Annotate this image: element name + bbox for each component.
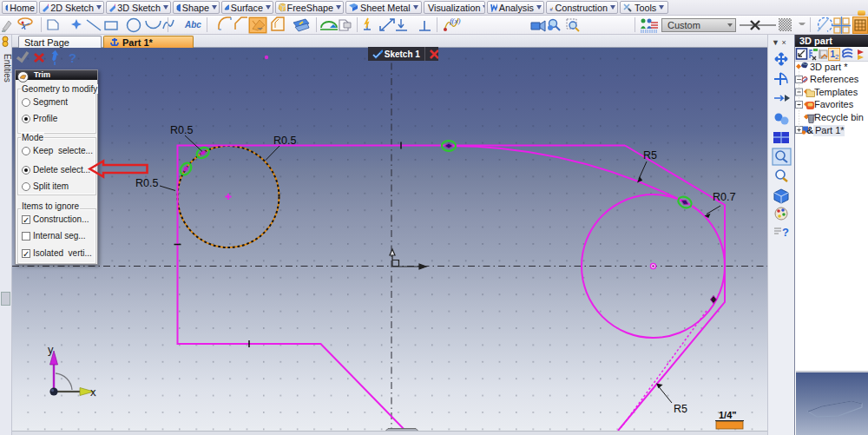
svg-text:1/4": 1/4": [719, 410, 737, 420]
svg-text:f(x): f(x): [450, 16, 461, 25]
svg-text:?: ?: [69, 50, 76, 65]
svg-text:R0.7: R0.7: [713, 191, 735, 203]
svg-text:Templates: Templates: [814, 87, 858, 97]
svg-text:References: References: [810, 74, 859, 84]
svg-text:R0.5: R0.5: [273, 135, 296, 147]
svg-text:Part 1*: Part 1*: [815, 125, 845, 135]
svg-text:Recycle bin: Recycle bin: [814, 112, 864, 122]
svg-text:?: ?: [782, 226, 789, 239]
svg-text:3D part *: 3D part *: [810, 62, 848, 72]
svg-text:Abc: Abc: [184, 20, 201, 30]
svg-text:y: y: [48, 343, 54, 356]
svg-text:R5: R5: [643, 149, 657, 161]
svg-text:R5: R5: [674, 403, 687, 415]
svg-text:x: x: [90, 386, 96, 399]
svg-text:R0.5: R0.5: [170, 124, 193, 136]
svg-text:Favorites: Favorites: [814, 99, 854, 109]
svg-text:2: 2: [835, 53, 839, 61]
svg-text:&: &: [807, 125, 814, 135]
